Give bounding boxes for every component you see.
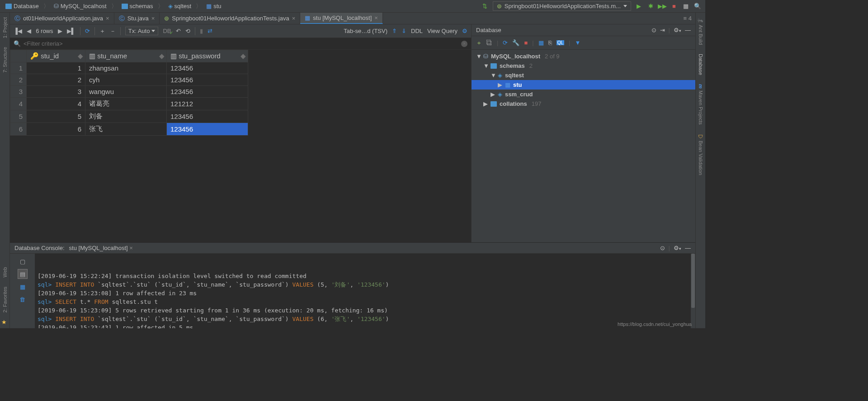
query-console-icon[interactable]: QL: [557, 40, 564, 45]
rollback-button[interactable]: ↶: [176, 28, 181, 34]
clear-filter-button[interactable]: ×: [461, 41, 467, 47]
gear-icon[interactable]: ⚙▾: [674, 245, 681, 251]
ddl-button[interactable]: DDL: [411, 28, 423, 34]
data-extractor-label[interactable]: Tab-se…d (TSV): [344, 28, 387, 34]
cell[interactable]: 5: [27, 110, 85, 123]
datasource-properties-icon[interactable]: 🔧: [512, 39, 519, 46]
search-everywhere-icon[interactable]: 🔍: [693, 2, 702, 10]
database-tree[interactable]: ▼⛁MySQL_localhost2 of 9▼schemas2▼◈sqltes…: [472, 50, 695, 242]
console-tab[interactable]: stu [MySQL_localhost] ×: [69, 245, 133, 251]
gear-icon[interactable]: ⚙▾: [674, 27, 681, 33]
add-row-button[interactable]: ＋: [99, 27, 105, 35]
table-row[interactable]: 55刘备123456: [10, 110, 248, 123]
scrollbar[interactable]: [691, 254, 695, 328]
reload-button[interactable]: ⟳: [85, 28, 90, 34]
jump-to-console-icon[interactable]: ⎘: [548, 39, 552, 46]
focus-icon[interactable]: ⊙: [660, 245, 665, 251]
tree-arrow-icon[interactable]: ▶: [498, 81, 502, 88]
run-configuration-selector[interactable]: ⊚ Springboot01HelloworldApplicationTests…: [493, 1, 631, 11]
filter-input[interactable]: <Filter criteria>: [24, 40, 63, 47]
prev-page-button[interactable]: ◀: [27, 28, 31, 34]
sort-icon[interactable]: ◆: [78, 52, 83, 60]
import-button[interactable]: ⇓: [401, 28, 406, 34]
run-coverage-button[interactable]: ▶▶: [658, 2, 666, 10]
focus-icon[interactable]: ⊙: [651, 27, 656, 33]
filter-icon[interactable]: ⇥: [660, 27, 665, 33]
tree-schema[interactable]: ▶◈ssm_crud: [472, 90, 695, 99]
vcs-update-icon[interactable]: ⇅: [481, 2, 489, 10]
breadcrumb-item[interactable]: Database: [3, 2, 42, 10]
data-grid[interactable]: 🔑 stu_id◆▥ stu_name◆▥ stu_password◆11zha…: [10, 50, 471, 242]
cell[interactable]: 3: [27, 86, 85, 98]
cell[interactable]: 6: [27, 123, 85, 136]
cell[interactable]: 123456: [167, 74, 248, 86]
breadcrumb-item[interactable]: ▦stu: [203, 2, 224, 10]
tree-arrow-icon[interactable]: ▶: [491, 91, 495, 98]
tree-table[interactable]: ▶▦stu: [472, 80, 695, 90]
close-icon[interactable]: ×: [374, 14, 378, 21]
tree-arrow-icon[interactable]: ▼: [483, 62, 488, 69]
editor-tab[interactable]: ⒸStu.java×: [114, 13, 160, 24]
sort-icon[interactable]: ◆: [159, 52, 165, 60]
editor-tab[interactable]: Ⓒot01HelloworldApplication.java×: [10, 13, 114, 24]
next-page-button[interactable]: ▶: [58, 28, 62, 34]
tool-window-button[interactable]: 7: Structure: [1, 42, 9, 77]
cell[interactable]: 诸葛亮: [85, 98, 167, 110]
hide-button[interactable]: —: [685, 245, 691, 251]
layout-icon[interactable]: ▦: [682, 2, 690, 10]
table-row[interactable]: 66张飞123456: [10, 123, 248, 136]
add-datasource-button[interactable]: ＋: [476, 39, 482, 47]
tree-arrow-icon[interactable]: ▶: [483, 100, 488, 107]
debug-button[interactable]: ✱: [646, 2, 655, 10]
first-page-button[interactable]: ▐◀: [14, 28, 22, 34]
cell[interactable]: 2: [27, 74, 85, 86]
cell[interactable]: 123456: [167, 123, 248, 136]
trash-icon[interactable]: 🗑: [18, 294, 28, 304]
editor-tab[interactable]: ▦stu [MySQL_localhost]×: [300, 13, 383, 24]
commit-button[interactable]: DB✓: [163, 28, 171, 34]
tool-window-button[interactable]: 1: Project: [1, 13, 9, 42]
output-icon[interactable]: ▤: [18, 269, 28, 279]
column-header[interactable]: 🔑 stu_id◆: [27, 50, 85, 62]
cell[interactable]: 刘备: [85, 110, 167, 123]
hide-button[interactable]: —: [685, 27, 691, 33]
duplicate-icon[interactable]: ⿻: [486, 39, 492, 46]
tool-window-button[interactable]: 🛡 Bean Validation: [697, 129, 704, 179]
tool-window-button[interactable]: 2: Favorites: [1, 282, 9, 317]
table-row[interactable]: 33wangwu123456: [10, 86, 248, 98]
breadcrumb-item[interactable]: ⛁MySQL_localhost: [51, 2, 109, 10]
remove-row-button[interactable]: －: [110, 27, 116, 35]
table-row[interactable]: 44诸葛亮121212: [10, 98, 248, 110]
tool-window-button[interactable]: m Maven Projects: [697, 80, 704, 129]
close-icon[interactable]: ×: [151, 15, 155, 22]
column-header[interactable]: ▥ stu_password◆: [167, 50, 248, 62]
filter-funnel-icon[interactable]: ▼: [575, 39, 580, 46]
cell[interactable]: zhangsan: [85, 62, 167, 74]
sync-button[interactable]: ⟳: [503, 39, 508, 46]
tool-window-button[interactable]: 🐜 Ant Build: [697, 13, 704, 49]
cell[interactable]: 4: [27, 98, 85, 110]
last-page-button[interactable]: ▶▌: [67, 28, 75, 34]
compare-icon[interactable]: ⇄: [208, 28, 212, 34]
cell[interactable]: cyh: [85, 74, 167, 86]
cell[interactable]: 123456: [167, 62, 248, 74]
clone-row-button[interactable]: ▮: [200, 28, 203, 34]
table-row[interactable]: 11zhangsan123456: [10, 62, 248, 74]
tree-collations[interactable]: ▶collations197: [472, 99, 695, 109]
view-query-button[interactable]: View Query: [427, 28, 458, 34]
settings-icon[interactable]: ⚙: [462, 28, 467, 34]
stop-button[interactable]: ■: [670, 2, 678, 10]
breadcrumb-item[interactable]: ◈sqltest: [165, 2, 194, 10]
close-icon[interactable]: ×: [292, 15, 296, 22]
console-output[interactable]: [2019-06-19 15:22:24] transaction isolat…: [35, 254, 695, 328]
run-button[interactable]: ▶: [635, 2, 643, 10]
tool-window-button[interactable]: Web: [1, 263, 9, 282]
editor-tab[interactable]: ⊚Springboot01HelloworldApplicationTests.…: [160, 13, 300, 24]
breadcrumb-item[interactable]: schemas: [119, 2, 156, 10]
cell[interactable]: wangwu: [85, 86, 167, 98]
tree-schemas[interactable]: ▼schemas2: [472, 61, 695, 71]
cell[interactable]: 张飞: [85, 123, 167, 136]
cell[interactable]: 121212: [167, 98, 248, 110]
table-view-icon[interactable]: ▦: [538, 39, 544, 46]
tree-arrow-icon[interactable]: ▼: [476, 53, 481, 60]
